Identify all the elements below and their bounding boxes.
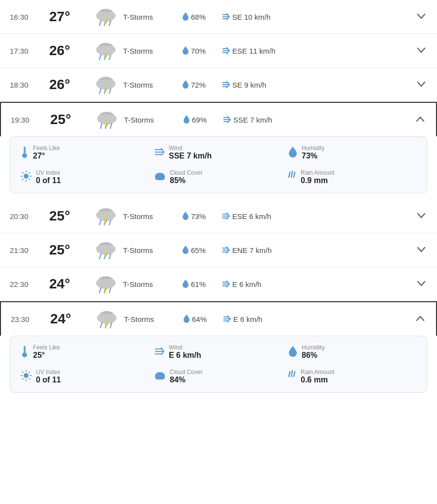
feels-like-item: Feels Like 25°: [20, 344, 149, 361]
uv-icon: [20, 370, 32, 384]
row-time: 21:30: [10, 246, 49, 254]
uv-index-item: UV Index 0 of 11: [20, 369, 149, 384]
humidity-value: 86%: [302, 351, 325, 360]
feels-like-value: 27°: [33, 152, 60, 160]
row-wind: E 6 km/h: [222, 315, 414, 324]
row-temp: 25°: [49, 208, 89, 224]
wind-arrow-icon: [221, 12, 230, 22]
chevron-icon[interactable]: [415, 246, 427, 254]
weather-icon: [89, 7, 123, 27]
raindrop-icon: [182, 279, 189, 289]
svg-line-55: [22, 172, 23, 173]
raindrop-icon: [182, 211, 189, 221]
wind-arrow-icon: [221, 280, 230, 289]
weather-row[interactable]: 20:30 25° T-Storms 73% ESE 6 km/h: [0, 199, 437, 233]
svg-line-124: [22, 378, 23, 379]
svg-line-57: [29, 172, 30, 173]
row-wind: ESE 6 km/h: [221, 212, 415, 221]
svg-rect-46: [24, 148, 25, 154]
weather-icon: [89, 75, 123, 94]
svg-line-105: [110, 323, 112, 328]
svg-line-64: [291, 171, 292, 177]
weather-row[interactable]: 19:30 25° T-Storms 69% SSE 7 km/h: [0, 102, 437, 136]
raindrop-icon: [183, 314, 190, 324]
cloud-icon: [154, 370, 166, 382]
chevron-icon[interactable]: [415, 280, 427, 288]
svg-line-56: [29, 179, 30, 180]
row-condition: T-Storms: [124, 116, 183, 124]
svg-line-131: [294, 372, 295, 377]
wind-arrow-icon: [221, 246, 230, 255]
raindrop-icon: [182, 245, 189, 255]
svg-line-123: [29, 372, 30, 373]
weather-row[interactable]: 18:30 26° T-Storms 72% SE 9 km/h: [0, 68, 437, 102]
weather-row[interactable]: 21:30 25° T-Storms 65% ENE 7 km/h: [0, 233, 437, 267]
row-temp: 26°: [49, 77, 89, 93]
chevron-icon[interactable]: [414, 115, 426, 124]
weather-icon: [89, 274, 123, 294]
weather-row[interactable]: 17:30 26° T-Storms 70% ESE 11 km/h: [0, 34, 437, 68]
svg-line-129: [289, 372, 290, 377]
weather-icon: [90, 309, 124, 329]
row-temp: 26°: [49, 43, 89, 59]
row-condition: T-Storms: [124, 315, 183, 323]
raindrop-icon: [182, 46, 189, 56]
row-temp: 27°: [49, 9, 89, 25]
svg-rect-112: [24, 347, 25, 353]
row-condition: T-Storms: [123, 280, 182, 288]
uv-label: UV Index: [36, 169, 61, 176]
row-wind: E 6 km/h: [221, 280, 415, 289]
row-temp: 25°: [50, 112, 90, 127]
feels-like-item: Feels Like 27°: [20, 145, 149, 161]
rain-amount-value: 0.6 mm: [301, 376, 335, 384]
svg-line-63: [289, 172, 290, 177]
uv-icon: [20, 170, 32, 185]
svg-line-39: [110, 124, 112, 128]
svg-point-45: [22, 153, 27, 158]
row-condition: T-Storms: [123, 13, 182, 21]
chevron-icon[interactable]: [414, 315, 426, 323]
raindrop-icon: [182, 12, 189, 22]
wind-arrow-icon: [221, 80, 230, 90]
svg-line-121: [22, 372, 23, 373]
svg-point-116: [24, 373, 29, 378]
row-time: 20:30: [10, 212, 49, 220]
svg-line-4: [99, 21, 101, 26]
humidity-icon: [288, 345, 298, 360]
chevron-icon[interactable]: [415, 212, 427, 220]
humidity-value: 73%: [302, 152, 325, 160]
row-time: 22:30: [10, 280, 49, 288]
wind-arrow-icon: [222, 315, 231, 324]
wind-label: Wind: [169, 145, 212, 152]
chevron-icon[interactable]: [415, 80, 427, 89]
weather-row[interactable]: 22:30 24° T-Storms 61% E 6 km/h: [0, 267, 437, 301]
row-precip: 73%: [182, 211, 221, 221]
rain-amount-label: Rain Amount: [301, 169, 335, 176]
chevron-icon[interactable]: [415, 46, 427, 55]
row-precip: 69%: [183, 115, 222, 125]
chevron-icon[interactable]: [415, 12, 427, 21]
row-condition: T-Storms: [123, 47, 182, 55]
wind-value: SSE 7 km/h: [169, 152, 212, 160]
wind-item: Wind E 6 km/h: [154, 344, 283, 361]
humidity-label: Humidity: [302, 145, 325, 152]
cloud-cover-item: Cloud Cover 85%: [154, 169, 283, 185]
row-precip: 64%: [183, 314, 222, 324]
raindrop-icon: [183, 115, 190, 125]
feels-like-value: 25°: [33, 351, 60, 360]
rain-amount-label: Rain Amount: [301, 369, 335, 376]
row-temp: 24°: [50, 311, 90, 327]
row-time: 16:30: [10, 13, 49, 21]
row-temp: 25°: [49, 242, 89, 258]
svg-line-70: [99, 220, 101, 225]
weather-row[interactable]: 23:30 24° T-Storms 64% E 6 km/h: [0, 301, 437, 336]
svg-point-50: [24, 174, 29, 179]
detail-panel: Feels Like 27° Wind SSE 7 km/h Humidity: [10, 136, 427, 193]
weather-row[interactable]: 16:30 27° T-Storms 68% SE 10 km/h: [0, 0, 437, 34]
svg-line-92: [99, 288, 101, 293]
svg-line-58: [22, 179, 23, 180]
cloud-icon: [154, 170, 166, 183]
thermometer-icon: [20, 345, 29, 361]
weather-icon: [89, 41, 123, 61]
wind-arrow-icon: [222, 115, 231, 125]
